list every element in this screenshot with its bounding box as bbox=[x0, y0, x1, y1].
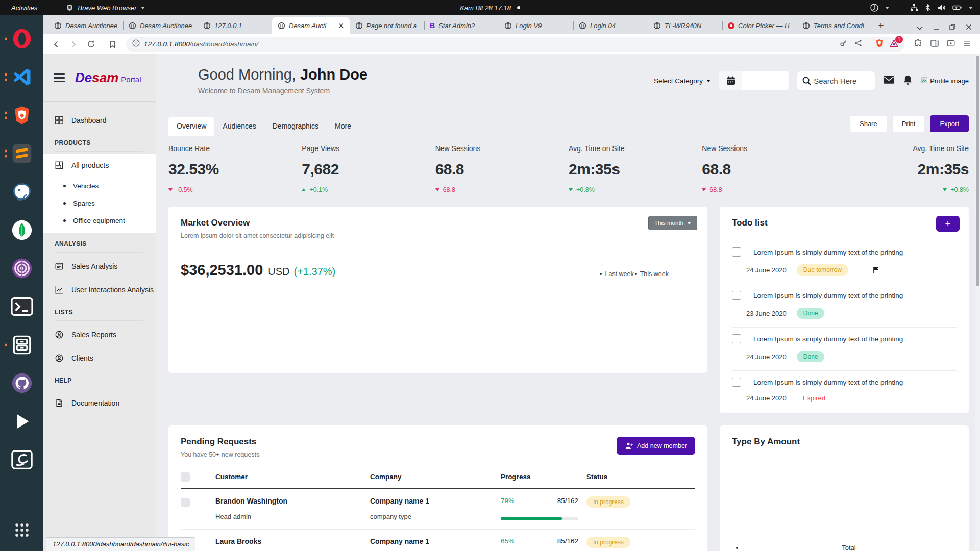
browser-tab[interactable]: Login 04 bbox=[573, 17, 648, 34]
tab-overview[interactable]: Overview bbox=[168, 117, 214, 136]
sidebar-item-sales-analysis[interactable]: Sales Analysis bbox=[43, 255, 156, 278]
browser-tab[interactable]: Page not found a bbox=[350, 17, 424, 34]
browser-tab[interactable]: TL-WR940N bbox=[648, 17, 722, 34]
browser-tab-active[interactable]: Desam Aucti bbox=[272, 17, 350, 34]
profile-image[interactable]: Profile image bbox=[921, 77, 969, 85]
bookmark-icon[interactable] bbox=[105, 37, 120, 52]
tab-demographics[interactable]: Demographics bbox=[264, 117, 327, 136]
bluetooth-icon[interactable] bbox=[925, 4, 930, 12]
close-tab-icon[interactable] bbox=[338, 23, 344, 29]
chevron-down-icon[interactable] bbox=[969, 7, 973, 9]
dock-file-archive-icon[interactable] bbox=[0, 325, 43, 364]
share-button[interactable]: Share bbox=[850, 115, 887, 132]
browser-tab[interactable]: Terms and Condi bbox=[797, 17, 871, 34]
period-dropdown[interactable]: This month bbox=[648, 216, 697, 230]
app-menu[interactable]: Brave Web Browser bbox=[66, 4, 144, 12]
dock-opera-icon[interactable] bbox=[0, 19, 43, 58]
dock-media-player-icon[interactable] bbox=[0, 402, 43, 440]
trend-down-icon bbox=[435, 188, 439, 191]
reload-icon[interactable] bbox=[83, 37, 99, 52]
calendar-button[interactable] bbox=[719, 71, 742, 90]
date-input[interactable] bbox=[742, 71, 789, 90]
table-row[interactable]: Brandon WashingtonHead admin Company nam… bbox=[181, 489, 695, 530]
downloads-tray-icon[interactable] bbox=[946, 39, 955, 50]
browser-tab[interactable]: Desam Auctionee bbox=[123, 17, 198, 34]
brave-rewards-icon[interactable]: 1 bbox=[890, 39, 898, 49]
scrollbar-thumb[interactable] bbox=[976, 56, 979, 286]
password-key-icon[interactable] bbox=[839, 39, 848, 49]
dock-mongodb-icon[interactable] bbox=[0, 211, 43, 249]
mail-icon[interactable] bbox=[883, 75, 895, 86]
volume-icon[interactable] bbox=[937, 4, 946, 12]
dock-sublime-text-icon[interactable] bbox=[0, 134, 43, 172]
menu-icon[interactable] bbox=[963, 39, 972, 50]
export-button[interactable]: Export bbox=[930, 115, 969, 132]
dock-tor-browser-icon[interactable] bbox=[0, 249, 43, 287]
select-category-dropdown[interactable]: Select Category bbox=[654, 77, 710, 85]
brave-shields-icon[interactable] bbox=[875, 39, 884, 50]
activities-button[interactable]: Activities bbox=[7, 4, 41, 12]
network-icon[interactable] bbox=[910, 4, 918, 12]
add-todo-button[interactable]: + bbox=[936, 216, 960, 232]
battery-icon[interactable] bbox=[952, 4, 962, 12]
accessibility-icon[interactable] bbox=[870, 4, 878, 12]
restore-icon[interactable] bbox=[949, 23, 955, 32]
browser-tab[interactable]: 127.0.0.1 bbox=[198, 17, 272, 34]
browser-tab[interactable]: Login V9 bbox=[499, 17, 573, 34]
sidebar-toggle-hamburger-icon[interactable] bbox=[54, 73, 65, 82]
select-all-checkbox[interactable] bbox=[181, 472, 190, 482]
sidebar-item-all-products[interactable]: All products bbox=[43, 154, 156, 177]
notifications-bell-icon[interactable] bbox=[903, 74, 913, 87]
row-checkbox[interactable] bbox=[181, 498, 190, 507]
sidebar-item-office-equipment[interactable]: Office equipment bbox=[43, 212, 156, 229]
chevron-down-icon[interactable] bbox=[885, 7, 889, 9]
clock[interactable]: Kam Blt 28 17.18 bbox=[460, 4, 520, 12]
dock-postgresql-icon[interactable] bbox=[0, 172, 43, 211]
forward-icon[interactable] bbox=[66, 37, 81, 52]
browser-tab[interactable]: B Star Admin2 bbox=[424, 17, 499, 34]
add-new-member-button[interactable]: Add new member bbox=[617, 437, 695, 455]
dock-app-grid-icon[interactable] bbox=[0, 512, 43, 548]
tab-more[interactable]: More bbox=[327, 117, 359, 136]
search-input[interactable] bbox=[814, 77, 870, 85]
browser-tab[interactable]: Desam Auctionee bbox=[48, 17, 123, 34]
sidebar-toggle-icon[interactable] bbox=[930, 39, 939, 50]
extensions-icon[interactable] bbox=[914, 39, 923, 50]
close-window-icon[interactable] bbox=[966, 23, 972, 32]
sidebar-item-sales-reports[interactable]: Sales Reports bbox=[43, 323, 156, 346]
stats-row: Bounce Rate32.53% -0.5% Page Views7,682 … bbox=[168, 144, 969, 193]
dock-brave-icon[interactable] bbox=[0, 96, 43, 134]
sidebar-item-clients[interactable]: Clients bbox=[43, 346, 156, 370]
page-scrollbar[interactable] bbox=[975, 54, 980, 551]
todo-checkbox[interactable] bbox=[732, 334, 741, 343]
browser-tab[interactable]: Color Picker — H bbox=[722, 17, 797, 34]
dock-terminal-icon[interactable] bbox=[0, 287, 43, 325]
todo-checkbox[interactable] bbox=[732, 247, 741, 257]
dock bbox=[0, 15, 43, 551]
app-logo[interactable]: DesamPortal bbox=[75, 70, 141, 86]
search-box[interactable] bbox=[797, 71, 875, 90]
new-tab-button[interactable]: + bbox=[873, 18, 889, 33]
print-button[interactable]: Print bbox=[892, 115, 925, 132]
back-icon[interactable] bbox=[48, 37, 64, 52]
flag-icon[interactable] bbox=[873, 266, 880, 274]
minimize-icon[interactable] bbox=[933, 23, 939, 32]
todo-checkbox[interactable] bbox=[732, 291, 741, 300]
sidebar-item-documentation[interactable]: Documentation bbox=[43, 391, 156, 415]
share-icon[interactable] bbox=[854, 39, 863, 49]
sidebar-item-spares[interactable]: Spares bbox=[43, 194, 156, 212]
dock-github-icon[interactable] bbox=[0, 364, 43, 402]
sidebar-item-user-interactions-analysis[interactable]: User Interactions Analysis bbox=[43, 278, 156, 302]
card-subtitle: You have 50+ new requests bbox=[181, 451, 259, 458]
sidebar-item-dashboard[interactable]: Dashboard bbox=[43, 109, 156, 132]
tab-search-icon[interactable] bbox=[917, 23, 923, 32]
todo-checkbox[interactable] bbox=[732, 378, 741, 387]
market-overview-card: Market Overview Lorem ipsum dolor sit am… bbox=[168, 207, 707, 373]
dock-evolution-icon[interactable] bbox=[0, 440, 43, 479]
tab-audiences[interactable]: Audiences bbox=[214, 117, 264, 136]
dock-vscode-icon[interactable] bbox=[0, 58, 43, 96]
site-info-icon[interactable] bbox=[132, 39, 140, 49]
table-row[interactable]: Laura BrooksHead admin Company name 1com… bbox=[181, 530, 695, 551]
url-bar[interactable]: 127.0.0.1:8000/dashboard/dashmain/ 1 bbox=[126, 37, 904, 52]
sidebar-item-vehicles[interactable]: Vehicles bbox=[43, 177, 156, 194]
